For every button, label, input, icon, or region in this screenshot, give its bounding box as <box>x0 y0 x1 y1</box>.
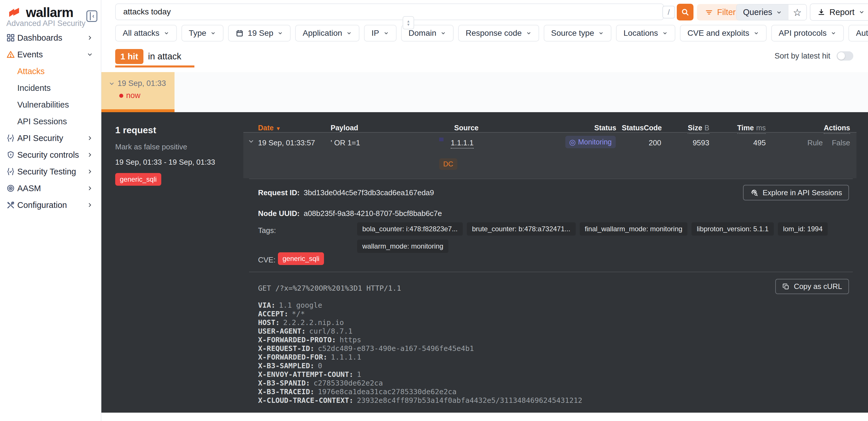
sidebar-item-label: Events <box>17 50 43 59</box>
column-header-source[interactable]: Source <box>454 124 478 132</box>
spiral-icon <box>6 184 16 193</box>
chevron-right-icon <box>86 34 93 41</box>
favorite-star-button[interactable]: ☆ <box>788 5 806 20</box>
sort-label: Sort by latest hit <box>774 52 830 61</box>
chevron-right-icon <box>86 151 93 158</box>
tag-chip[interactable]: brute_counter: b:478:a732471... <box>467 222 576 235</box>
filter-chip-source-type[interactable]: Source type <box>544 25 611 41</box>
chevron-down-icon <box>440 30 446 36</box>
column-header-actions[interactable]: Actions <box>824 124 850 134</box>
column-header-size[interactable]: SizeB <box>688 124 709 134</box>
sidebar-collapse-icon[interactable]: ‹ <box>86 10 97 22</box>
filter-chip-response-code[interactable]: Response code <box>458 25 539 41</box>
tag-chip[interactable]: final_wallarm_mode: monitoring <box>580 222 688 235</box>
search-button[interactable] <box>677 4 693 21</box>
filter-chip-cve-exploits[interactable]: CVE and exploits <box>680 25 767 41</box>
brand-name: wallarm <box>26 5 73 20</box>
node-uuid-line: Node UUID:a08b235f-9a38-4210-8707-5bcf8b… <box>258 209 442 218</box>
sidebar-item-configuration[interactable]: Configuration <box>0 197 101 214</box>
sidebar-item-events[interactable]: Events <box>0 46 101 63</box>
sidebar-item-vulnerabilities[interactable]: Vulnerabilities <box>0 96 101 113</box>
attack-row[interactable]: 19 Sep, 01:33 now SQLi 1 1.1.1.1 DC 2.2.… <box>101 72 868 112</box>
request-id-line: Request ID:3bd13de0d4c5e7f3db3cad6ea167e… <box>258 188 434 197</box>
filter-chip-locations[interactable]: Locations <box>616 25 675 41</box>
copy-icon <box>782 283 790 290</box>
chevron-down-icon <box>831 30 836 36</box>
tags-list: bola_counter: i:478:f82823e7... brute_co… <box>357 222 853 253</box>
sidebar-item-label: AASM <box>17 184 41 193</box>
column-header-status[interactable]: Status <box>594 124 616 132</box>
search-icon <box>681 8 689 17</box>
chevron-down-icon <box>163 30 169 36</box>
cve-badge[interactable]: generic_sqli <box>278 252 324 265</box>
column-header-payload[interactable]: Payload <box>331 124 358 132</box>
action-false-link[interactable]: False <box>832 138 850 147</box>
sidebar-item-security-testing[interactable]: Security Testing <box>0 163 101 180</box>
tags-label: Tags: <box>258 226 276 235</box>
chevron-down-icon <box>776 9 782 16</box>
requests-table: Date ▼ Payload Source Status StatusCode … <box>249 112 853 413</box>
filter-chip-authentication[interactable]: Authentication <box>848 25 868 41</box>
chevron-down-icon <box>86 51 93 58</box>
shield-bolt-icon <box>6 150 16 160</box>
request-id-label: Request ID: <box>258 188 300 197</box>
sidebar-item-aasm[interactable]: AASM <box>0 180 101 197</box>
filter-chip-api-protocols[interactable]: API protocols <box>771 25 844 41</box>
sort-control: Sort by latest hit <box>774 51 853 61</box>
sidebar-item-incidents[interactable]: Incidents <box>0 80 101 96</box>
filter-chip-all-attacks[interactable]: All attacks <box>115 25 177 41</box>
attack-date-cell[interactable]: 19 Sep, 01:33 now <box>101 72 175 109</box>
wallarm-console: wallarm Advanced API Security ‹ Dashboar… <box>0 0 868 421</box>
filter-chip-date[interactable]: 19 Sep <box>228 25 290 41</box>
filter-chip-application[interactable]: Application <box>295 25 360 41</box>
sidebar-item-label: Security Testing <box>17 167 76 176</box>
request-source-ip[interactable]: 1.1.1.1 <box>451 138 474 148</box>
sidebar-item-api-sessions[interactable]: API Sessions <box>0 113 101 130</box>
sidebar-item-label: Configuration <box>17 200 67 210</box>
tag-chip[interactable]: wallarm_mode: monitoring <box>357 240 448 253</box>
sidebar-item-security-controls[interactable]: Security controls <box>0 146 101 163</box>
queries-dropdown[interactable]: Queries <box>737 5 788 20</box>
chevron-down-icon <box>598 30 604 36</box>
chevron-down-icon <box>662 30 668 36</box>
column-header-date[interactable]: Date ▼ <box>258 124 281 132</box>
tag-chip[interactable]: bola_counter: i:478:f82823e7... <box>357 222 463 235</box>
hits-tab-indicator <box>115 65 194 67</box>
http-request-line: GET /?x=%27%20OR%201%3D1 HTTP/1.1 <box>258 284 582 292</box>
chevron-down-icon <box>210 30 216 36</box>
column-header-time[interactable]: Timems <box>737 124 766 134</box>
sort-desc-icon: ▼ <box>276 126 281 132</box>
attack-detail-panel: 1 request Mark as false positive 19 Sep,… <box>101 112 868 413</box>
collapse-filters-handle[interactable]: ▴▾ <box>403 16 414 29</box>
wallarm-logo-icon <box>6 7 22 18</box>
column-header-statuscode[interactable]: StatusCode <box>622 124 662 132</box>
sort-by-latest-toggle[interactable] <box>837 51 853 61</box>
tag-chip[interactable]: lom_id: 1994 <box>778 222 828 235</box>
row-expand-chevron-icon[interactable] <box>247 138 255 145</box>
filter-chip-type[interactable]: Type <box>181 25 224 41</box>
hits-context-label: in attack <box>148 51 181 62</box>
report-button[interactable]: Report <box>810 3 868 21</box>
section-divider <box>249 272 853 272</box>
sidebar-item-dashboards[interactable]: Dashboards <box>0 29 101 46</box>
report-label: Report <box>829 7 855 17</box>
brand-logo[interactable]: wallarm <box>6 5 73 20</box>
mark-false-positive-link[interactable]: Mark as false positive <box>115 142 215 151</box>
copy-as-curl-button[interactable]: Copy as cURL <box>775 279 849 294</box>
search-input[interactable] <box>115 3 664 20</box>
attack-progress-bar <box>101 109 175 112</box>
chevron-down-icon <box>383 30 389 36</box>
filter-chip-ip[interactable]: IP <box>364 25 396 41</box>
explore-api-sessions-button[interactable]: Explore in API Sessions <box>743 185 849 200</box>
recency-dot <box>119 94 123 98</box>
queries-group: Queries ☆ <box>736 4 807 21</box>
filter-icon <box>705 8 713 17</box>
queries-label: Queries <box>743 7 772 17</box>
attack-summary: 1 request Mark as false positive 19 Sep,… <box>115 125 215 186</box>
action-rule-link[interactable]: Rule <box>808 138 823 147</box>
sidebar-item-attacks[interactable]: Attacks <box>0 63 101 80</box>
sidebar-item-api-security[interactable]: API Security <box>0 130 101 146</box>
tag-chip[interactable]: libproton_version: 5.1.1 <box>691 222 774 235</box>
request-date: 19 Sep, 01:33:57 <box>258 138 315 147</box>
chevron-right-icon <box>86 185 93 192</box>
